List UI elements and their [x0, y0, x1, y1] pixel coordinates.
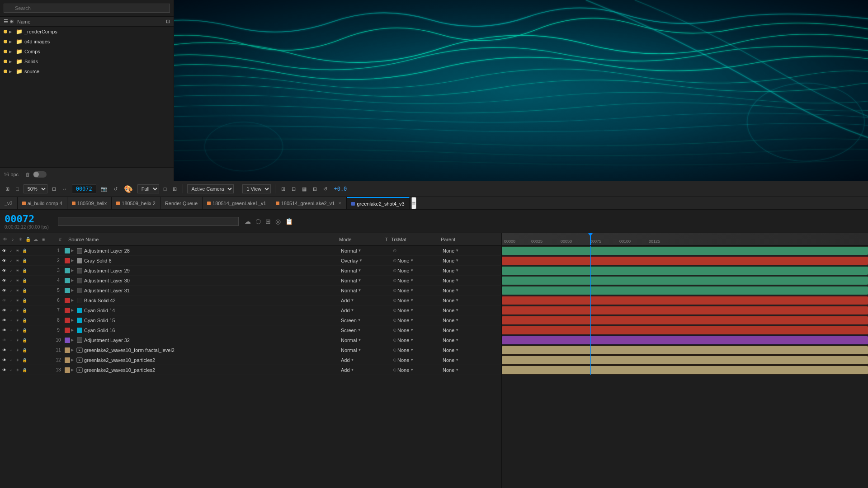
graph-editor-icon[interactable]: 📋 [284, 217, 294, 226]
audio-toggle[interactable]: ♪ [8, 327, 14, 333]
lock-toggle[interactable]: 🔒 [21, 327, 28, 333]
trkmat-value[interactable]: ⊙ None ▼ [393, 308, 443, 313]
trkmat-value[interactable]: ⊙ None ▼ [393, 288, 443, 293]
parent-value[interactable]: None ▼ [443, 278, 501, 283]
trkmat-value[interactable]: ⊙ None ▼ [393, 338, 443, 343]
track-row[interactable] [502, 296, 868, 305]
timecode-main[interactable]: 00072 [5, 213, 49, 225]
audio-toggle[interactable]: ♪ [8, 287, 14, 294]
track-row[interactable] [502, 355, 868, 365]
trkmat-value[interactable]: ⊙ None ▼ [393, 328, 443, 333]
solo-toggle[interactable]: ☀ [14, 307, 21, 314]
track-row[interactable] [502, 305, 868, 315]
tab-close-icon[interactable]: ✕ [338, 201, 342, 206]
lock-toggle[interactable]: 🔒 [21, 277, 28, 284]
lock-toggle[interactable]: 🔒 [21, 317, 28, 324]
parent-value[interactable]: None ▼ [443, 338, 501, 343]
layer-expand-arrow[interactable]: ▶ [71, 348, 75, 352]
lock-toggle[interactable]: 🔒 [21, 367, 28, 373]
list-item[interactable]: ▶ 📁 c4d images [0, 37, 174, 47]
layer-expand-arrow[interactable]: ▶ [71, 278, 75, 282]
layer-search-input[interactable] [58, 217, 239, 226]
layer-mode[interactable]: Normal ▼ [341, 278, 384, 283]
audio-toggle[interactable]: ♪ [8, 347, 14, 353]
fit-to-window-icon[interactable]: ⊡ [50, 185, 58, 193]
layer-mode[interactable]: Add ▼ [341, 308, 384, 313]
refresh-icon[interactable]: ↺ [112, 185, 119, 193]
shy-layers-icon[interactable]: ☁ [243, 217, 252, 226]
lock-toggle[interactable]: 🔒 [21, 267, 28, 274]
tab-180509-helix[interactable]: 180509_helix [67, 197, 112, 209]
tab-render-queue[interactable]: Render Queue [160, 197, 203, 209]
eye-toggle[interactable]: 👁 [1, 287, 7, 294]
eye-toggle[interactable]: 👁 [1, 357, 7, 363]
solo-toggle[interactable]: ☀ [14, 337, 21, 343]
trkmat-value[interactable]: ⊙ None ▼ [393, 367, 443, 373]
lock-toggle[interactable]: 🔒 [21, 287, 28, 294]
expand-arrow-icon[interactable]: ▶ [9, 60, 14, 64]
delete-btn[interactable]: 🗑 [25, 172, 30, 177]
layer-expand-arrow[interactable]: ▶ [71, 298, 75, 302]
table-row[interactable]: 👁 ♪ ☀ 🔒 3 ▶ Adjustment Layer 29 Normal ▼ [0, 266, 501, 276]
region-icon[interactable]: ⊞ [171, 185, 179, 193]
table-row[interactable]: 👁 ♪ ☀ 🔒 12 ▶ greenlake2_waves10_ [0, 355, 501, 365]
table-row[interactable]: 👁 ♪ ☀ 🔒 9 ▶ Cyan Solid 16 Screen ▼ [0, 325, 501, 335]
track-row[interactable] [502, 246, 868, 256]
list-item[interactable]: ▶ 📁 _renderComps [0, 27, 174, 37]
playhead[interactable] [590, 233, 591, 245]
eye-toggle[interactable]: 👁 [1, 307, 7, 314]
viewer-timecode[interactable]: 00072 [72, 184, 96, 193]
solo-toggle[interactable]: ☀ [14, 327, 21, 333]
table-row[interactable]: 👁 ♪ ☀ 🔒 5 ▶ Adjustment Layer 31 Normal ▼ [0, 286, 501, 296]
layer-mode[interactable]: Add ▼ [341, 367, 384, 373]
tab-ai-build-comp4[interactable]: ai_build comp 4 [18, 197, 67, 209]
audio-toggle[interactable]: ♪ [8, 307, 14, 314]
layer-expand-arrow[interactable]: ▶ [71, 258, 75, 263]
eye-toggle[interactable]: 👁 [1, 297, 7, 304]
layer-expand-arrow[interactable]: ▶ [71, 249, 75, 253]
safe-zones-icon[interactable]: ⊞ [311, 185, 319, 193]
active-camera-select[interactable]: Active Camera [187, 184, 234, 193]
solo-toggle[interactable]: ☀ [14, 317, 21, 324]
layer-mode[interactable]: Add ▼ [341, 298, 384, 303]
list-item[interactable]: ▶ 📁 Solids [0, 56, 174, 66]
trkmat-value[interactable]: ⊙ None ▼ [393, 357, 443, 363]
parent-value[interactable]: None ▼ [443, 347, 501, 353]
parent-value[interactable]: None ▼ [443, 268, 501, 273]
layer-expand-arrow[interactable]: ▶ [71, 368, 75, 372]
view-layout-select[interactable]: 1 View [242, 184, 271, 193]
lock-toggle[interactable]: 🔒 [21, 337, 28, 343]
table-row[interactable]: 👁 ♪ ☀ 🔒 10 ▶ Adjustment Layer 32 Normal … [0, 335, 501, 345]
channels-icon[interactable]: ▦ [300, 185, 308, 193]
color-wheel-icon[interactable]: 🎨 [122, 184, 135, 194]
parent-value[interactable]: None ▼ [443, 308, 501, 313]
solo-toggle[interactable]: ☀ [14, 287, 21, 294]
solo-toggle[interactable]: ☀ [14, 297, 21, 304]
track-row[interactable] [502, 286, 868, 296]
solo-toggle[interactable]: ☀ [14, 357, 21, 363]
trkmat-value[interactable]: ⊙ None ▼ [393, 318, 443, 323]
audio-toggle[interactable]: ♪ [8, 297, 14, 304]
parent-value[interactable]: None ▼ [443, 258, 501, 263]
lock-aspect-icon[interactable]: ↔ [61, 185, 69, 192]
expand-arrow-icon[interactable]: ▶ [9, 30, 14, 34]
frame-blend-icon[interactable]: ⊞ [264, 217, 272, 226]
parent-value[interactable]: None ▼ [443, 357, 501, 363]
tab-180509-helix2[interactable]: 180509_helix 2 [112, 197, 160, 209]
quality-toggle-icon[interactable]: □ [162, 185, 169, 192]
lock-toggle[interactable]: 🔒 [21, 248, 28, 254]
expand-arrow-icon[interactable]: ▶ [9, 70, 14, 74]
layer-mode[interactable]: Normal ▼ [341, 248, 384, 253]
solo-toggle[interactable]: ☀ [14, 248, 21, 254]
layer-expand-arrow[interactable]: ▶ [71, 308, 75, 312]
tab-menu-icon[interactable]: ≡ [411, 197, 417, 209]
table-row[interactable]: 👁 ♪ ☀ 🔒 4 ▶ Adjustment Layer 30 Normal ▼ [0, 276, 501, 286]
grid-icon[interactable]: ⊟ [290, 185, 297, 193]
eye-toggle[interactable]: 👁 [1, 317, 7, 324]
toggle-switch[interactable] [33, 171, 47, 178]
eye-toggle[interactable]: 👁 [1, 277, 7, 284]
lock-toggle[interactable]: 🔒 [21, 307, 28, 314]
tab-greenlake2-shot4[interactable]: greenlake2_shot4_v3 [347, 197, 409, 209]
trkmat-value[interactable]: ⊙ [393, 248, 443, 253]
audio-toggle[interactable]: ♪ [8, 277, 14, 284]
